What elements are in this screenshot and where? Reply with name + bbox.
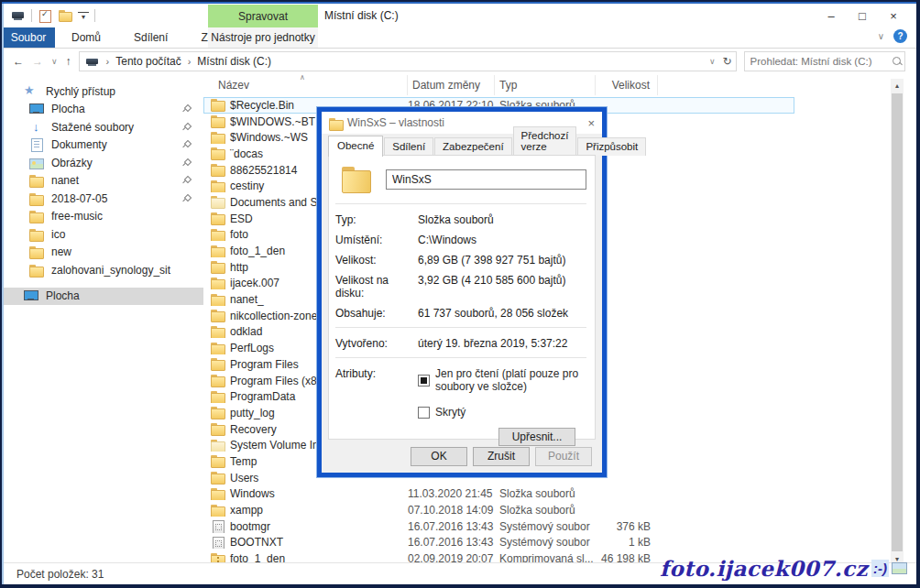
sidebar-item[interactable]: nanet bbox=[2, 172, 203, 191]
file-icon bbox=[211, 99, 225, 111]
file-name: ProgramData bbox=[230, 390, 295, 403]
sidebar-item[interactable]: Rychlý přístup bbox=[2, 82, 203, 101]
maximize-button[interactable]: □ bbox=[847, 4, 878, 27]
help-icon[interactable]: ? bbox=[893, 29, 907, 43]
file-icon bbox=[211, 229, 225, 241]
file-icon bbox=[211, 343, 225, 354]
recent-locations-icon[interactable]: ∨ bbox=[51, 57, 58, 66]
pin-icon bbox=[181, 158, 191, 168]
pin-icon bbox=[181, 176, 191, 185]
sidebar-item[interactable]: zalohovani_synology_sit bbox=[2, 261, 203, 279]
dialog-tab[interactable]: Předchozí verze bbox=[513, 126, 577, 156]
column-header-type[interactable]: Typ bbox=[495, 75, 596, 95]
folder-name-input[interactable] bbox=[386, 169, 586, 190]
watermark-text: foto.ijacek007.cz bbox=[660, 556, 868, 581]
properties-icon[interactable] bbox=[38, 9, 52, 22]
file-icon bbox=[211, 294, 225, 306]
attributes-label: Atributy: bbox=[335, 367, 418, 446]
minimize-button[interactable]: – bbox=[816, 4, 847, 27]
sidebar-item-label: Stažené soubory bbox=[51, 121, 134, 134]
file-name: foto bbox=[230, 228, 248, 241]
file-icon bbox=[211, 358, 225, 370]
ribbon-collapse-icon[interactable]: ∨ bbox=[878, 31, 884, 41]
cancel-button[interactable]: Zrušit bbox=[473, 447, 530, 466]
separator bbox=[94, 9, 95, 22]
sidebar-item[interactable]: new bbox=[2, 244, 203, 262]
dialog-tab[interactable]: Přizpůsobit bbox=[577, 137, 646, 156]
sidebar-item[interactable]: 2018-07-05 bbox=[2, 190, 203, 208]
column-header-size[interactable]: Velikost bbox=[596, 75, 658, 95]
file-name: Program Files (x86) bbox=[230, 375, 326, 387]
created-row: Vytvořeno: úterý 19. března 2019, 5:37:2… bbox=[335, 337, 586, 350]
scrollbar-thumb[interactable] bbox=[892, 93, 903, 551]
sidebar-item[interactable]: Stažené soubory bbox=[2, 118, 203, 136]
readonly-checkbox[interactable] bbox=[418, 375, 430, 387]
scroll-up-icon[interactable]: ▴ bbox=[891, 79, 904, 93]
dialog-tab[interactable]: Obecné bbox=[328, 136, 383, 157]
ok-button[interactable]: OK bbox=[411, 447, 467, 466]
file-row[interactable]: BOOTNXT 16.07.2016 13:43 Systémový soubo… bbox=[203, 535, 916, 551]
sidebar-item-icon bbox=[29, 228, 44, 241]
sidebar-item[interactable]: Dokumenty bbox=[2, 136, 203, 155]
file-icon bbox=[211, 196, 225, 208]
navigation-buttons: ← → ∨ ↑ bbox=[2, 55, 79, 68]
ribbon-tab[interactable]: Sdílení bbox=[117, 27, 184, 48]
column-header-date[interactable]: Datum změny bbox=[408, 75, 495, 95]
apply-button[interactable]: Použít bbox=[535, 447, 592, 466]
property-row: Umístění: C:\Windows bbox=[335, 234, 586, 246]
file-name: PerfLogs bbox=[230, 342, 274, 354]
sidebar-item[interactable]: Plocha bbox=[2, 101, 203, 119]
up-button[interactable]: ↑ bbox=[66, 55, 71, 68]
file-row[interactable]: xampp 07.10.2018 14:09 Složka souborů bbox=[203, 502, 916, 518]
sidebar-item[interactable]: Obrázky bbox=[2, 154, 203, 172]
tab-soubor[interactable]: Soubor bbox=[2, 27, 55, 48]
pin-icon bbox=[181, 140, 191, 149]
breadcrumb[interactable]: › Tento počítač bbox=[100, 55, 181, 68]
sidebar-item-label: Rychlý přístup bbox=[46, 85, 115, 98]
file-icon bbox=[211, 212, 225, 224]
column-headers: ∧ Název Datum změny Typ Velikost bbox=[203, 75, 658, 95]
forward-button[interactable]: → bbox=[32, 55, 43, 68]
file-icon bbox=[211, 520, 225, 532]
customize-qat-dropdown-icon[interactable]: ▾ bbox=[78, 12, 89, 22]
contextual-group-spravovat[interactable]: Spravovat bbox=[208, 5, 318, 27]
close-button[interactable]: × bbox=[878, 4, 909, 27]
ribbon-tab[interactable]: Domů bbox=[55, 27, 117, 48]
sidebar-item-label: ico bbox=[51, 228, 65, 241]
vertical-scrollbar[interactable]: ▴ ▾ bbox=[891, 79, 904, 566]
title-bar: ▾ Spravovat Místní disk (C:) – □ × bbox=[2, 4, 916, 27]
sidebar-item-icon bbox=[29, 157, 44, 169]
file-row[interactable]: bootmgr 16.07.2016 13:43 Systémový soubo… bbox=[203, 518, 916, 535]
back-button[interactable]: ← bbox=[13, 55, 24, 68]
window-controls: – □ × bbox=[816, 4, 909, 27]
file-icon bbox=[211, 132, 225, 144]
dialog-general-page: Typ: Složka souborů Umístění: C:\Windows… bbox=[328, 156, 596, 440]
file-icon bbox=[211, 326, 225, 338]
address-box[interactable]: › Tento počítač › Místní disk (C:) ∨ ↻ bbox=[79, 51, 737, 71]
dialog-close-icon[interactable]: × bbox=[587, 116, 595, 130]
breadcrumb[interactable]: › Místní disk (C:) bbox=[181, 55, 271, 68]
hidden-checkbox[interactable] bbox=[418, 407, 430, 419]
address-dropdown-icon[interactable]: ∨ bbox=[709, 57, 716, 66]
file-name: Temp bbox=[230, 455, 257, 468]
file-row[interactable]: Windows 11.03.2020 21:45 Složka souborů bbox=[203, 486, 916, 503]
quick-access-toolbar: ▾ bbox=[2, 9, 95, 22]
dialog-tab[interactable]: Zabezpečení bbox=[434, 137, 512, 156]
breadcrumb-label[interactable]: Místní disk (C:) bbox=[197, 55, 271, 68]
sidebar-item[interactable]: free-music bbox=[2, 208, 203, 226]
new-folder-icon[interactable] bbox=[58, 9, 72, 22]
search-box[interactable] bbox=[744, 51, 905, 71]
dialog-tab[interactable]: Sdílení bbox=[384, 137, 433, 156]
tab-nastroje-pro-jednotky[interactable]: Nástroje pro jednotky bbox=[208, 27, 318, 48]
refresh-icon[interactable]: ↻ bbox=[723, 55, 732, 68]
sidebar-item[interactable]: Plocha bbox=[2, 288, 203, 306]
sidebar-item[interactable]: ico bbox=[2, 225, 203, 244]
breadcrumb-label[interactable]: Tento počítač bbox=[115, 55, 181, 68]
property-value: 61 737 souborů, 28 056 složek bbox=[418, 307, 568, 320]
address-bar-row: ← → ∨ ↑ › Tento počítač › Místní disk (C… bbox=[2, 49, 916, 73]
column-header-name[interactable]: ∧ Název bbox=[203, 75, 408, 95]
navigation-pane: Rychlý přístup Plocha Stažené soubory Do… bbox=[2, 75, 203, 562]
sidebar-item-icon bbox=[24, 85, 38, 98]
sidebar-item-icon bbox=[29, 192, 44, 205]
search-input[interactable] bbox=[750, 56, 892, 67]
